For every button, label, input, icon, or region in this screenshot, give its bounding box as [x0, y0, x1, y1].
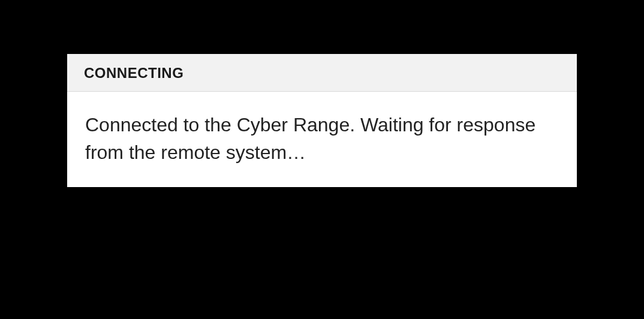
connecting-dialog: CONNECTING Connected to the Cyber Range.…: [67, 54, 577, 187]
dialog-message: Connected to the Cyber Range. Waiting fo…: [85, 111, 559, 167]
dialog-title: CONNECTING: [84, 65, 560, 82]
dialog-header: CONNECTING: [67, 54, 577, 92]
dialog-body: Connected to the Cyber Range. Waiting fo…: [67, 92, 577, 187]
